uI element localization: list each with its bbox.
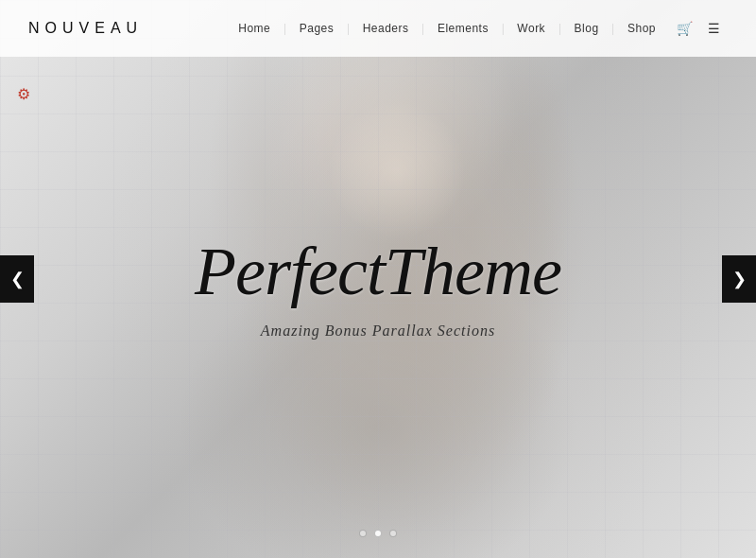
site-header: NOUVEAU Home | Pages | Headers | Element… (0, 0, 756, 57)
slider-dots (359, 530, 397, 537)
nav-item-headers[interactable]: Headers (350, 22, 422, 35)
nav-item-pages[interactable]: Pages (286, 22, 348, 35)
right-chevron-icon: ❯ (732, 269, 747, 289)
nav-item-home[interactable]: Home (225, 22, 284, 35)
left-chevron-icon: ❮ (10, 269, 25, 289)
hero-subtitle: Amazing Bonus Parallax Sections (261, 323, 495, 340)
hero-content: PerfectTheme Amazing Bonus Parallax Sect… (0, 0, 756, 558)
settings-icon[interactable]: ⚙ (17, 85, 30, 103)
nav-item-elements[interactable]: Elements (424, 22, 502, 35)
site-logo[interactable]: NOUVEAU (28, 20, 143, 37)
cart-icon[interactable]: 🛒 (669, 21, 700, 37)
slider-arrow-right[interactable]: ❯ (722, 255, 756, 303)
hamburger-icon[interactable]: ☰ (700, 21, 728, 37)
nav-item-work[interactable]: Work (504, 22, 558, 35)
nav-item-blog[interactable]: Blog (561, 22, 612, 35)
slide-dot-1[interactable] (359, 530, 367, 537)
slide-dot-3[interactable] (389, 530, 397, 537)
hero-title: PerfectTheme (195, 237, 561, 305)
slider-arrow-left[interactable]: ❮ (0, 255, 34, 303)
main-nav: Home | Pages | Headers | Elements | Work… (225, 21, 728, 37)
slide-dot-2[interactable] (374, 530, 382, 537)
nav-item-shop[interactable]: Shop (614, 22, 669, 35)
